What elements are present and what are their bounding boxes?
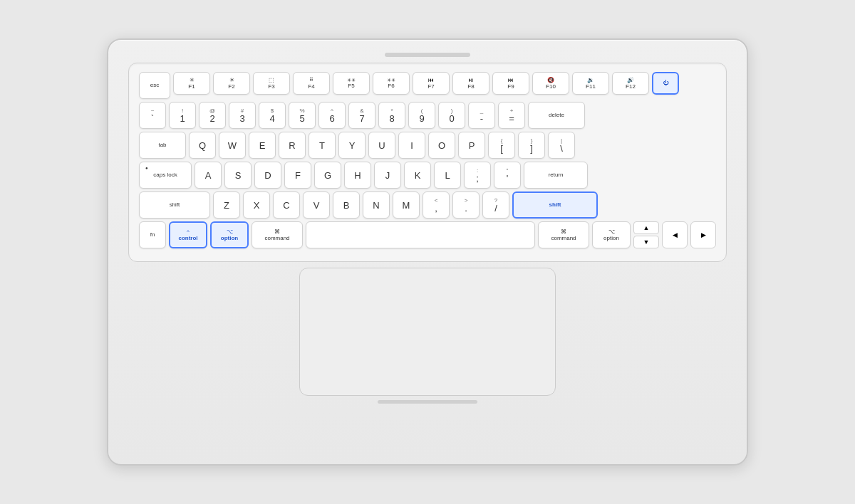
key-2[interactable]: @2 bbox=[199, 102, 226, 129]
key-arrow-right[interactable]: ▶ bbox=[690, 221, 716, 248]
key-minus[interactable]: _- bbox=[468, 102, 495, 129]
key-fn[interactable]: fn bbox=[139, 221, 166, 248]
key-d[interactable]: D bbox=[254, 162, 281, 189]
key-quote[interactable]: "' bbox=[494, 162, 521, 189]
key-backtick[interactable]: ~` bbox=[139, 102, 166, 129]
key-k[interactable]: K bbox=[404, 162, 431, 189]
key-comma[interactable]: <, bbox=[423, 191, 450, 219]
key-j[interactable]: J bbox=[374, 162, 401, 189]
key-s[interactable]: S bbox=[224, 162, 252, 189]
key-caps-lock[interactable]: ●caps lock bbox=[139, 162, 192, 189]
key-f4[interactable]: ⠿F4 bbox=[293, 72, 330, 95]
key-p[interactable]: P bbox=[458, 132, 485, 159]
key-f8[interactable]: ⏯F8 bbox=[452, 72, 489, 95]
key-backslash[interactable]: |\ bbox=[548, 132, 575, 159]
key-space[interactable] bbox=[306, 221, 535, 248]
key-q[interactable]: Q bbox=[189, 132, 216, 159]
key-f[interactable]: F bbox=[284, 162, 311, 189]
key-equals[interactable]: += bbox=[498, 102, 525, 129]
key-power[interactable]: ⏻ bbox=[652, 72, 679, 95]
trackpad bbox=[299, 268, 556, 396]
key-option-right[interactable]: ⌥ option bbox=[592, 221, 631, 248]
key-command-right[interactable]: ⌘ command bbox=[538, 221, 589, 248]
key-u[interactable]: U bbox=[368, 132, 395, 159]
key-tab[interactable]: tab bbox=[139, 132, 186, 159]
key-f12[interactable]: 🔊F12 bbox=[612, 72, 649, 95]
key-x[interactable]: X bbox=[243, 191, 270, 219]
number-key-row: ~` !1 @2 #3 $4 %5 ^6 &7 *8 (9 )0 _- += d… bbox=[139, 102, 716, 129]
key-f1[interactable]: ✳︎F1 bbox=[173, 72, 210, 95]
key-f2[interactable]: ☀F2 bbox=[213, 72, 250, 95]
key-f11[interactable]: 🔉F11 bbox=[572, 72, 609, 95]
key-e[interactable]: E bbox=[249, 132, 276, 159]
key-f5[interactable]: ☀☀F5 bbox=[333, 72, 370, 95]
laptop-body: esc ✳︎F1 ☀F2 ⬚F3 ⠿F4 ☀☀F5 ☀☀F6 ⏮F7 ⏯F8 ⏭… bbox=[107, 38, 748, 466]
key-shift-left[interactable]: shift bbox=[139, 191, 210, 219]
key-delete[interactable]: delete bbox=[528, 102, 585, 129]
key-7[interactable]: &7 bbox=[348, 102, 375, 129]
key-3[interactable]: #3 bbox=[229, 102, 256, 129]
key-8[interactable]: *8 bbox=[378, 102, 405, 129]
laptop-bottom-bar bbox=[378, 400, 477, 404]
key-lbracket[interactable]: {[ bbox=[488, 132, 515, 159]
key-a[interactable]: A bbox=[195, 162, 222, 189]
key-semicolon[interactable]: :; bbox=[464, 162, 491, 189]
key-o[interactable]: O bbox=[428, 132, 455, 159]
key-h[interactable]: H bbox=[344, 162, 371, 189]
key-arrow-left[interactable]: ◀ bbox=[662, 221, 688, 248]
key-1[interactable]: !1 bbox=[169, 102, 196, 129]
key-6[interactable]: ^6 bbox=[318, 102, 346, 129]
key-w[interactable]: W bbox=[219, 132, 246, 159]
key-slash[interactable]: ?/ bbox=[482, 191, 509, 219]
key-f3[interactable]: ⬚F3 bbox=[253, 72, 290, 95]
key-option-left[interactable]: ⌥ option bbox=[210, 221, 249, 248]
key-i[interactable]: I bbox=[398, 132, 425, 159]
key-9[interactable]: (9 bbox=[408, 102, 435, 129]
key-return[interactable]: return bbox=[524, 162, 588, 189]
qwerty-key-row: tab Q W E R T Y U I O P {[ }] |\ bbox=[139, 132, 716, 159]
key-l[interactable]: L bbox=[434, 162, 461, 189]
key-control[interactable]: ^ control bbox=[169, 221, 207, 248]
key-c[interactable]: C bbox=[273, 191, 300, 219]
key-v[interactable]: V bbox=[303, 191, 330, 219]
bottom-key-row: fn ^ control ⌥ option ⌘ command ⌘ comman… bbox=[139, 221, 716, 248]
key-f9[interactable]: ⏭F9 bbox=[492, 72, 529, 95]
zxcv-key-row: shift Z X C V B N M <, >. ?/ shift bbox=[139, 191, 716, 219]
key-rbracket[interactable]: }] bbox=[518, 132, 545, 159]
key-period[interactable]: >. bbox=[452, 191, 480, 219]
key-f7[interactable]: ⏮F7 bbox=[413, 72, 450, 95]
keyboard-area: esc ✳︎F1 ☀F2 ⬚F3 ⠿F4 ☀☀F5 ☀☀F6 ⏮F7 ⏯F8 ⏭… bbox=[128, 63, 727, 262]
fn-key-row: esc ✳︎F1 ☀F2 ⬚F3 ⠿F4 ☀☀F5 ☀☀F6 ⏮F7 ⏯F8 ⏭… bbox=[139, 72, 716, 99]
key-r[interactable]: R bbox=[279, 132, 306, 159]
key-shift-right[interactable]: shift bbox=[512, 191, 598, 219]
key-0[interactable]: )0 bbox=[438, 102, 465, 129]
key-m[interactable]: M bbox=[393, 191, 420, 219]
key-n[interactable]: N bbox=[363, 191, 390, 219]
key-g[interactable]: G bbox=[314, 162, 341, 189]
key-5[interactable]: %5 bbox=[289, 102, 316, 129]
key-y[interactable]: Y bbox=[338, 132, 366, 159]
key-b[interactable]: B bbox=[333, 191, 360, 219]
asdf-key-row: ●caps lock A S D F G H J K L :; "' retur… bbox=[139, 162, 716, 189]
key-arrow-up[interactable]: ▲ bbox=[633, 221, 659, 234]
key-arrow-down[interactable]: ▼ bbox=[633, 236, 659, 248]
key-z[interactable]: Z bbox=[213, 191, 240, 219]
key-4[interactable]: $4 bbox=[259, 102, 286, 129]
laptop-top-bar bbox=[385, 53, 470, 57]
key-f10[interactable]: 🔇F10 bbox=[532, 72, 569, 95]
key-command-left[interactable]: ⌘ command bbox=[252, 221, 303, 248]
key-f6[interactable]: ☀☀F6 bbox=[373, 72, 410, 95]
key-t[interactable]: T bbox=[309, 132, 336, 159]
key-esc[interactable]: esc bbox=[139, 72, 170, 99]
